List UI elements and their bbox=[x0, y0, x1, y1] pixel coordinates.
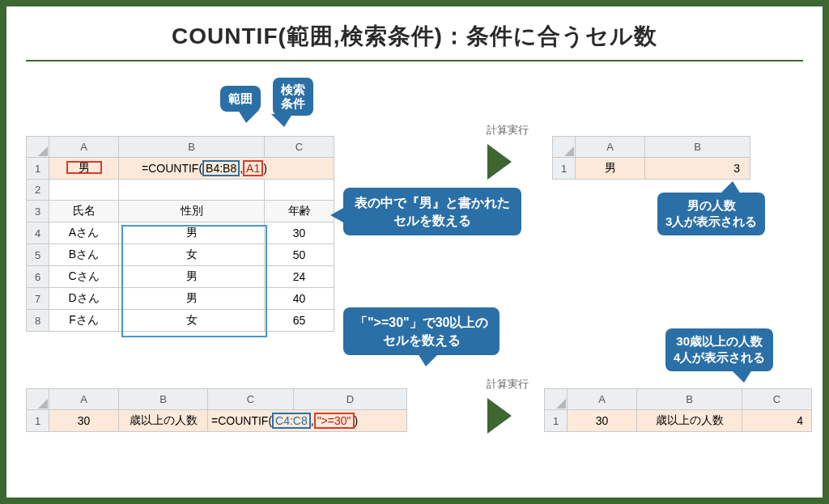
sheet-formula-2: A B C D 1 30 歳以上の人数 =COUNTIF(C4:C8,">=30… bbox=[26, 388, 407, 432]
table-row: A B C bbox=[27, 137, 334, 158]
arrow-right-icon bbox=[487, 398, 512, 434]
page-title: COUNTIF(範囲,検索条件)：条件に合うセル数 bbox=[26, 21, 803, 61]
calc-exec-label: 計算実行 bbox=[487, 377, 529, 392]
svg-marker-1 bbox=[564, 146, 574, 156]
arrow-right-icon bbox=[487, 144, 512, 180]
sheet-result-2: A B C 1 30 歳以上の人数 4 bbox=[544, 388, 812, 432]
select-all-icon bbox=[556, 399, 566, 409]
table-row: 1 男 =COUNTIF(B4:B8,A1) bbox=[27, 158, 334, 180]
label-criteria-line2: 条件 bbox=[281, 96, 305, 110]
table-row: 6 Cさん 男 24 bbox=[27, 266, 334, 288]
table-row: 1 30 歳以上の人数 4 bbox=[545, 410, 812, 432]
col-header: B bbox=[119, 137, 265, 158]
svg-marker-2 bbox=[38, 399, 48, 409]
col-header: C bbox=[265, 137, 334, 158]
table-row: 2 bbox=[27, 180, 334, 201]
sheet-corner bbox=[553, 137, 576, 158]
callout-count-over30: 「">=30"」で30以上の セルを数える bbox=[343, 307, 500, 355]
formula-cell-2: =COUNTIF(C4:C8,">=30") bbox=[208, 410, 407, 432]
svg-marker-0 bbox=[38, 146, 48, 156]
sheet-corner bbox=[27, 137, 49, 158]
label-range: 範囲 bbox=[220, 86, 261, 112]
col-header: A bbox=[49, 137, 119, 158]
table-row: 7 Dさん 男 40 bbox=[27, 288, 334, 310]
criteria-cell: 男 bbox=[66, 160, 103, 175]
svg-marker-3 bbox=[556, 399, 566, 409]
callout-male-count: 男の人数 3人が表示される bbox=[657, 193, 765, 235]
result-cell: 4 bbox=[742, 410, 812, 432]
select-all-icon bbox=[564, 146, 574, 156]
table-row: 8 Fさん 女 65 bbox=[27, 310, 334, 332]
table-row: A B C bbox=[545, 389, 812, 410]
result-cell: 3 bbox=[645, 158, 750, 180]
callout-over30-count: 30歳以上の人数 4人が表示される bbox=[665, 328, 773, 371]
table-row: A B C D bbox=[27, 389, 407, 410]
table-row: 1 男 3 bbox=[553, 158, 750, 180]
label-criteria-line1: 検索 bbox=[281, 83, 305, 96]
sheet-corner bbox=[545, 389, 568, 410]
callout-count-male: 表の中で『男』と書かれた セルを数える bbox=[343, 188, 521, 235]
slide-frame: COUNTIF(範囲,検索条件)：条件に合うセル数 範囲 検索 条件 A B C… bbox=[0, 0, 829, 504]
table-row: 5 Bさん 女 50 bbox=[27, 244, 334, 266]
select-all-icon bbox=[38, 399, 48, 409]
formula-cell: =COUNTIF(B4:B8,A1) bbox=[119, 158, 334, 180]
sheet-result-1: A B 1 男 3 bbox=[552, 136, 750, 180]
table-row: 3 氏名 性別 年齢 bbox=[27, 201, 334, 222]
table-row: 4 Aさん 男 30 bbox=[27, 222, 334, 244]
content-area: 範囲 検索 条件 A B C 1 男 =COUNTIF(B4:B8,A1) 2 bbox=[26, 81, 803, 485]
label-criteria: 検索 条件 bbox=[273, 78, 313, 116]
table-row: 1 30 歳以上の人数 =COUNTIF(C4:C8,">=30") bbox=[27, 410, 407, 432]
table-row: A B bbox=[553, 137, 750, 158]
select-all-icon bbox=[38, 146, 48, 156]
sheet-main: A B C 1 男 =COUNTIF(B4:B8,A1) 2 3 氏名 性別 年… bbox=[26, 136, 334, 332]
calc-exec-label: 計算実行 bbox=[487, 123, 529, 138]
label-range-text: 範囲 bbox=[228, 91, 253, 105]
sheet-corner bbox=[27, 389, 49, 410]
